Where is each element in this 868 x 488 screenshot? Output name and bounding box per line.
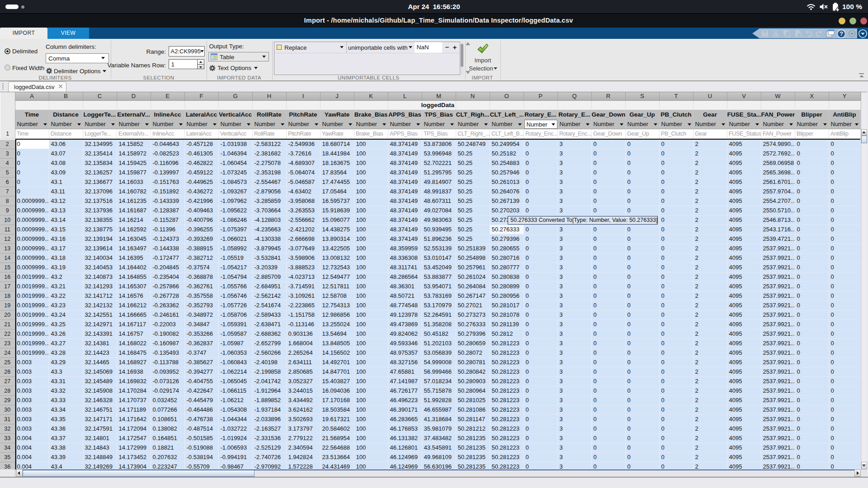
svg-text:?: ? — [840, 31, 843, 37]
